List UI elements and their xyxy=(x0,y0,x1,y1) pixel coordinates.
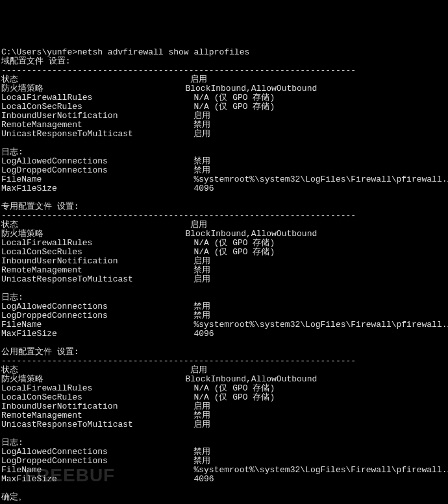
divider: ----------------------------------------… xyxy=(1,357,447,366)
profile-row: 防火墙策略 BlockInbound,AllowOutbound xyxy=(1,375,447,384)
profile-row: LocalFirewallRules N/A (仅 GPO 存储) xyxy=(1,384,447,393)
log-row: LogDroppedConnections 禁用 xyxy=(1,166,447,175)
profile-row: 状态 启用 xyxy=(1,75,447,84)
profile-row: RemoteManagement 禁用 xyxy=(1,266,447,275)
profile-row: 状态 启用 xyxy=(1,221,447,230)
terminal-output: C:\Users\yunfe>netsh advfirewall show al… xyxy=(0,45,448,504)
profile-row: UnicastResponseToMulticast 启用 xyxy=(1,130,447,139)
divider: ----------------------------------------… xyxy=(1,66,447,75)
profile-row: UnicastResponseToMulticast 启用 xyxy=(1,420,447,429)
blank-line xyxy=(1,193,447,202)
profile-row: 防火墙策略 BlockInbound,AllowOutbound xyxy=(1,230,447,239)
profile-row: 防火墙策略 BlockInbound,AllowOutbound xyxy=(1,84,447,93)
profile-header: 专用配置文件 设置: xyxy=(1,202,447,211)
log-row: MaxFileSize 4096 xyxy=(1,184,447,193)
profile-header: 域配置文件 设置: xyxy=(1,57,447,66)
log-row: LogDroppedConnections 禁用 xyxy=(1,457,447,466)
profile-header: 公用配置文件 设置: xyxy=(1,348,447,357)
blank-line xyxy=(1,484,447,493)
profile-row: LocalConSecRules N/A (仅 GPO 存储) xyxy=(1,248,447,257)
log-row: LogDroppedConnections 禁用 xyxy=(1,311,447,320)
blank-line xyxy=(1,284,447,293)
log-header: 日志: xyxy=(1,293,447,302)
profile-row: LocalFirewallRules N/A (仅 GPO 存储) xyxy=(1,93,447,102)
profile-row: 状态 启用 xyxy=(1,366,447,375)
blank-line xyxy=(1,429,447,438)
ok-line: 确定。 xyxy=(1,493,447,502)
command-line: C:\Users\yunfe>netsh advfirewall show al… xyxy=(1,48,447,57)
divider: ----------------------------------------… xyxy=(1,211,447,221)
log-header: 日志: xyxy=(1,148,447,157)
blank-line xyxy=(1,339,447,348)
log-header: 日志: xyxy=(1,438,447,448)
profile-row: InboundUserNotification 启用 xyxy=(1,112,447,121)
profile-row: LocalFirewallRules N/A (仅 GPO 存储) xyxy=(1,239,447,248)
log-row: MaxFileSize 4096 xyxy=(1,330,447,339)
profile-row: RemoteManagement 禁用 xyxy=(1,121,447,130)
profile-row: RemoteManagement 禁用 xyxy=(1,411,447,420)
profile-row: InboundUserNotification 启用 xyxy=(1,257,447,266)
log-row: LogAllowedConnections 禁用 xyxy=(1,448,447,457)
log-row: LogAllowedConnections 禁用 xyxy=(1,302,447,311)
log-row: FileName %systemroot%\system32\LogFiles\… xyxy=(1,466,447,475)
log-row: MaxFileSize 4096 xyxy=(1,475,447,484)
log-row: LogAllowedConnections 禁用 xyxy=(1,157,447,166)
log-row: FileName %systemroot%\system32\LogFiles\… xyxy=(1,320,447,330)
log-row: FileName %systemroot%\system32\LogFiles\… xyxy=(1,175,447,184)
profile-row: LocalConSecRules N/A (仅 GPO 存储) xyxy=(1,102,447,112)
profile-row: LocalConSecRules N/A (仅 GPO 存储) xyxy=(1,393,447,402)
profile-row: UnicastResponseToMulticast 启用 xyxy=(1,275,447,284)
profile-row: InboundUserNotification 启用 xyxy=(1,402,447,411)
blank-line xyxy=(1,139,447,148)
